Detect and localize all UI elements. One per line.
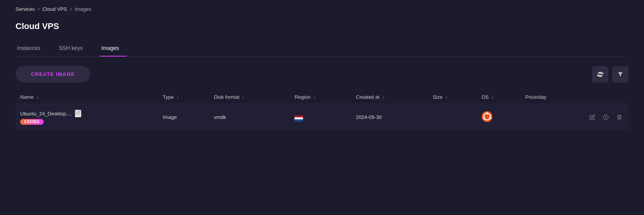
region-flag-nl <box>294 115 303 122</box>
sort-icon-disk-format: ↕ <box>243 95 245 100</box>
refresh-button[interactable] <box>592 66 608 83</box>
filter-icon <box>617 71 623 77</box>
cell-type: Image <box>158 104 209 131</box>
breadcrumb-services[interactable]: Services <box>15 6 35 12</box>
tab-images[interactable]: Images <box>100 41 127 57</box>
pencil-icon <box>76 110 81 115</box>
status-badge: SAVING <box>20 119 44 125</box>
cell-size <box>428 104 477 131</box>
tab-instances[interactable]: Instances <box>15 41 48 57</box>
tab-ssh-keys[interactable]: SSH keys <box>57 41 90 57</box>
breadcrumb-sep-2: > <box>69 6 72 12</box>
breadcrumb-cloud-vps[interactable]: Cloud VPS <box>42 6 67 12</box>
page-container: Services > Cloud VPS > Images Cloud VPS … <box>0 0 644 137</box>
image-name: Ubuntu_24_Desktop.... <box>20 111 72 117</box>
col-header-actions <box>582 90 629 104</box>
row-edit-button[interactable] <box>588 113 597 122</box>
breadcrumb: Services > Cloud VPS > Images <box>15 6 629 12</box>
play-icon <box>603 114 609 120</box>
tabs-bar: Instances SSH keys Images <box>15 41 629 57</box>
cell-name: Ubuntu_24_Desktop.... SAVING <box>15 104 158 131</box>
row-actions <box>587 113 624 122</box>
cell-disk-format: vmdk <box>209 104 290 131</box>
images-table: Name ↕ Type ↕ Disk format ↕ Region ↕ Cre… <box>15 90 629 131</box>
row-delete-button[interactable] <box>615 113 624 122</box>
col-header-type[interactable]: Type ↕ <box>158 90 209 104</box>
svg-point-4 <box>489 117 491 119</box>
sort-icon-region: ↕ <box>313 95 316 100</box>
table-row: Ubuntu_24_Desktop.... SAVING Image <box>15 104 629 131</box>
col-header-disk-format[interactable]: Disk format ↕ <box>209 90 290 104</box>
sort-icon-created-at: ↕ <box>382 95 385 100</box>
refresh-icon <box>597 71 603 77</box>
svg-point-3 <box>483 117 485 119</box>
create-image-button[interactable]: CREATE IMAGE <box>15 66 90 83</box>
trash-icon <box>616 114 622 120</box>
row-play-button[interactable] <box>601 113 610 122</box>
cell-region <box>290 104 351 131</box>
sort-icon-os: ↕ <box>492 95 494 100</box>
col-header-created-at[interactable]: Created at ↕ <box>351 90 428 104</box>
col-header-price-day: Price/day <box>521 90 582 104</box>
toolbar-right <box>592 66 629 83</box>
inline-edit-name-button[interactable] <box>75 110 81 117</box>
svg-marker-9 <box>605 116 607 118</box>
edit-icon <box>589 114 595 120</box>
svg-point-2 <box>486 112 488 114</box>
col-header-region[interactable]: Region ↕ <box>290 90 351 104</box>
col-header-os[interactable]: OS ↕ <box>477 90 521 104</box>
col-header-name[interactable]: Name ↕ <box>15 90 158 104</box>
cell-created-at: 2024-09-30 <box>351 104 428 131</box>
page-title: Cloud VPS <box>15 21 629 31</box>
col-header-size[interactable]: Size ↕ <box>428 90 477 104</box>
breadcrumb-sep-1: > <box>37 6 40 12</box>
cell-price-day <box>521 104 582 131</box>
sort-icon-size: ↕ <box>445 95 448 100</box>
ubuntu-os-icon <box>482 111 492 122</box>
filter-button[interactable] <box>612 66 629 83</box>
breadcrumb-current: Images <box>75 6 91 12</box>
toolbar-row: CREATE IMAGE <box>15 66 629 83</box>
cell-os <box>477 104 521 131</box>
table-header-row: Name ↕ Type ↕ Disk format ↕ Region ↕ Cre… <box>15 90 629 104</box>
sort-icon-type: ↕ <box>177 95 179 100</box>
sort-icon-name: ↕ <box>36 95 39 100</box>
cell-actions <box>582 104 629 131</box>
